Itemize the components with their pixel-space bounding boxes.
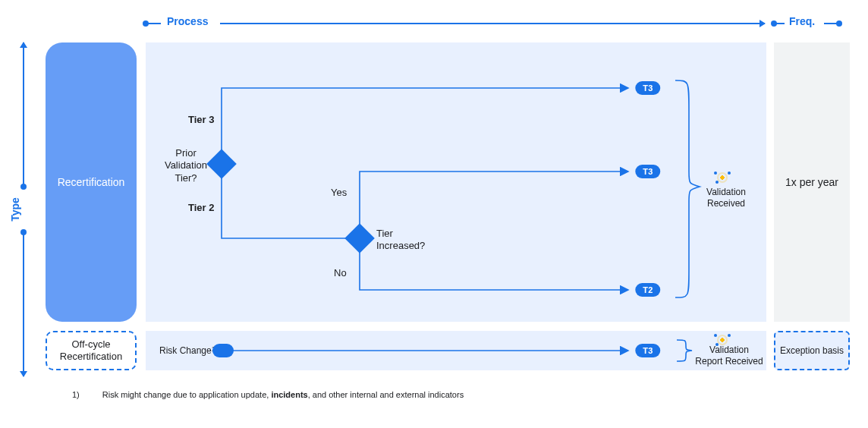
branch-no-label: No [334,267,347,279]
risk-change-label: Risk Change1 [159,345,215,356]
validation-report-received-label: Validation Report Received [695,345,763,367]
freq-1x-per-year: 1x per year [774,42,850,322]
offcycle-recertification-box: Off-cycle Recertification [46,331,137,370]
freq-label: Freq. [789,15,815,27]
process-label: Process [167,15,208,27]
pill-t2: T2 [635,283,660,297]
freq-arrow-right [824,23,839,24]
type-axis: Type [15,42,32,376]
offcycle-panel: Risk Change1 T3 Validation Report Receiv… [146,331,766,370]
type-axis-line-bottom [23,232,24,376]
validation-received-label: Validation Received [698,187,754,209]
process-arrow-left [146,23,161,24]
diagram-root: Type Process Freq. Recertification Off-c… [15,15,853,410]
offcycle-lines [146,331,766,370]
footnote-text: Risk might change due to application upd… [102,390,464,399]
branch-tier3-label: Tier 3 [188,114,214,125]
flow-lines [146,42,766,322]
process-arrow-right [220,23,765,24]
pill-t3-top: T3 [635,81,660,95]
pill-t3-mid: T3 [635,165,660,178]
footnote: 1) Risk might change due to application … [72,390,464,399]
type-axis-label: Type [9,197,21,222]
freq-exception-basis: Exception basis [774,331,850,370]
risk-change-start-node [212,344,234,357]
header-row: Process Freq. [144,15,853,32]
pill-t3-offcycle: T3 [635,344,660,357]
freq-arrow-left [774,23,785,24]
decision-prior-validation-tier-label: Prior Validation Tier? [159,147,212,184]
decision-tier-increased-label: Tier Increased? [376,228,437,253]
branch-tier2-label: Tier 2 [188,202,214,213]
process-panel: Prior Validation Tier? Tier Increased? T… [146,42,766,322]
sparkle-icon [714,172,731,184]
type-axis-line-top [23,42,24,187]
branch-yes-label: Yes [331,187,347,198]
recertification-box: Recertification [46,42,137,322]
footnote-number: 1) [72,390,80,399]
